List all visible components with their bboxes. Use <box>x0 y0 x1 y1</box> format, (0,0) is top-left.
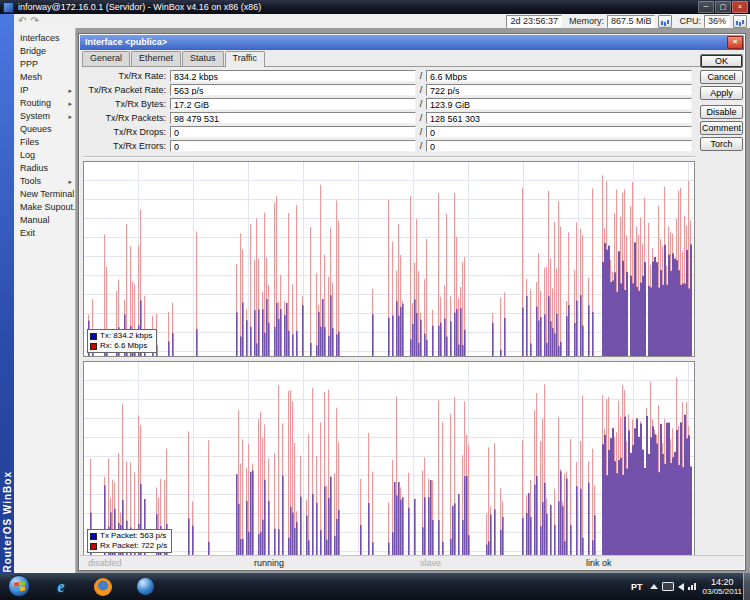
sidebar-item-system[interactable]: System▸ <box>14 110 75 123</box>
close-icon[interactable]: × <box>732 1 748 13</box>
legend-label: Tx Packet: 563 p/s <box>100 531 166 541</box>
taskbar-item-messenger[interactable] <box>128 575 162 599</box>
comment-button[interactable]: Comment <box>700 121 743 135</box>
disable-button[interactable]: Disable <box>700 105 743 119</box>
tab-status[interactable]: Status <box>182 51 224 66</box>
tx-value-box[interactable]: 834.2 kbps <box>170 70 416 82</box>
cpu-graph-icon[interactable] <box>733 15 747 28</box>
rx-value-box[interactable]: 123.9 GiB <box>426 98 692 110</box>
tx-value-box[interactable]: 98 479 531 <box>170 112 416 124</box>
tx-value-box[interactable]: 0 <box>170 126 416 138</box>
sidebar-item-log[interactable]: Log <box>14 149 75 162</box>
app-title: inforway@172.16.0.1 (Servidor) - WinBox … <box>18 0 698 14</box>
maximize-icon[interactable]: ▢ <box>715 1 731 13</box>
fields: Tx/Rx Rate:834.2 kbps/6.6 MbpsTx/Rx Pack… <box>84 69 696 153</box>
start-button[interactable] <box>8 575 30 597</box>
sidebar-item-routing[interactable]: Routing▸ <box>14 97 75 110</box>
memory-label: Memory: <box>569 16 604 26</box>
submenu-arrow-icon: ▸ <box>68 97 72 110</box>
field-row-tx-rx-rate: Tx/Rx Rate:834.2 kbps/6.6 Mbps <box>84 69 696 83</box>
divider <box>83 156 695 158</box>
sidebar-item-interfaces[interactable]: Interfaces <box>14 32 75 45</box>
field-separator: / <box>416 85 426 95</box>
clock-time: 14:20 <box>703 577 742 587</box>
system-tray: PT 14:20 03/05/2011 <box>631 573 742 600</box>
field-separator: / <box>416 99 426 109</box>
tx-value-box[interactable]: 17.2 GiB <box>170 98 416 110</box>
legend-label: Rx: 6.6 Mbps <box>100 341 147 351</box>
clock-date: 03/05/2011 <box>703 587 742 597</box>
legend-row: Rx Packet: 722 p/s <box>90 541 167 551</box>
sidebar-item-bridge[interactable]: Bridge <box>14 45 75 58</box>
sidebar-item-ip[interactable]: IP▸ <box>14 84 75 97</box>
legend-row: Rx: 6.6 Mbps <box>90 341 152 351</box>
sidebar-item-tools[interactable]: Tools▸ <box>14 175 75 188</box>
sidebar-item-label: Tools <box>20 175 41 188</box>
cpu-value: 36% <box>704 15 730 28</box>
sidebar-item-label: Interfaces <box>20 32 60 45</box>
sidebar-item-mesh[interactable]: Mesh <box>14 71 75 84</box>
field-label: Tx/Rx Errors: <box>84 141 170 151</box>
firefox-icon <box>94 578 112 596</box>
field-row-tx-rx-drops: Tx/Rx Drops:0/0 <box>84 125 696 139</box>
rx-value-box[interactable]: 0 <box>426 126 692 138</box>
rx-value-box[interactable]: 722 p/s <box>426 84 692 96</box>
taskbar-item-firefox[interactable] <box>86 575 120 599</box>
field-label: Tx/Rx Bytes: <box>84 99 170 109</box>
language-indicator[interactable]: PT <box>631 582 643 592</box>
rx-value-box[interactable]: 6.6 Mbps <box>426 70 692 82</box>
sidebar-item-ppp[interactable]: PPP <box>14 58 75 71</box>
sidebar-item-radius[interactable]: Radius <box>14 162 75 175</box>
field-row-tx-rx-packet-rate: Tx/Rx Packet Rate:563 p/s/722 p/s <box>84 83 696 97</box>
tx-value-box[interactable]: 0 <box>170 140 416 152</box>
volume-icon[interactable] <box>678 583 684 591</box>
sidebar-item-manual[interactable]: Manual <box>14 214 75 227</box>
cpu-label: CPU: <box>679 16 701 26</box>
submenu-arrow-icon: ▸ <box>68 84 72 97</box>
show-desktop-button[interactable] <box>743 573 750 600</box>
sidebar-item-new-terminal[interactable]: New Terminal <box>14 188 75 201</box>
tray-clock[interactable]: 14:20 03/05/2011 <box>703 577 742 597</box>
status-link-ok: link ok <box>578 558 744 568</box>
field-label: Tx/Rx Packets: <box>84 113 170 123</box>
rx-value-box[interactable]: 128 561 303 <box>426 112 692 124</box>
up-arrow-icon[interactable] <box>650 584 658 589</box>
sidebar-item-exit[interactable]: Exit <box>14 227 75 240</box>
taskbar-item-internet-explorer[interactable]: e <box>44 575 78 599</box>
sidebar-item-queues[interactable]: Queues <box>14 123 75 136</box>
sidebar-item-label: Files <box>20 136 39 149</box>
status-running: running <box>246 558 412 568</box>
memory-graph-icon[interactable] <box>658 15 672 28</box>
undo-button[interactable]: ↶ <box>18 15 26 27</box>
interface-window-title[interactable]: Interface <publica> <box>80 35 744 50</box>
winbox-app-icon <box>3 2 14 13</box>
sidebar-item-label: Bridge <box>20 45 46 58</box>
torch-button[interactable]: Torch <box>700 137 743 151</box>
messenger-icon <box>137 578 154 595</box>
network-icon[interactable] <box>688 583 696 590</box>
memory-value: 867.5 MiB <box>607 15 656 28</box>
sidebar-item-make-supout-rif[interactable]: Make Supout.rif <box>14 201 75 214</box>
redo-button[interactable]: ↷ <box>30 15 38 27</box>
tx-value-box[interactable]: 563 p/s <box>170 84 416 96</box>
legend-row: Tx: 834.2 kbps <box>90 331 152 341</box>
sidebar-item-files[interactable]: Files <box>14 136 75 149</box>
uptime-value: 2d 23:56:37 <box>506 15 562 28</box>
display-icon[interactable] <box>662 582 674 591</box>
legend-label: Rx Packet: 722 p/s <box>100 541 167 551</box>
cancel-button[interactable]: Cancel <box>700 70 743 84</box>
app-titlebar: inforway@172.16.0.1 (Servidor) - WinBox … <box>0 0 750 14</box>
legend-row: Tx Packet: 563 p/s <box>90 531 167 541</box>
window-close-icon[interactable]: × <box>727 36 743 49</box>
rx-value-box[interactable]: 0 <box>426 140 692 152</box>
brand-text: RouterOS WinBox <box>2 465 13 573</box>
tab-traffic[interactable]: Traffic <box>225 51 266 67</box>
field-label: Tx/Rx Packet Rate: <box>84 85 170 95</box>
field-label: Tx/Rx Drops: <box>84 127 170 137</box>
interface-status-bar: disabledrunningslavelink ok <box>80 555 744 569</box>
tab-general[interactable]: General <box>82 51 130 66</box>
tab-ethernet[interactable]: Ethernet <box>131 51 181 66</box>
apply-button[interactable]: Apply <box>700 86 743 100</box>
minimize-icon[interactable]: ─ <box>698 1 714 13</box>
ok-button[interactable]: OK <box>700 54 743 68</box>
